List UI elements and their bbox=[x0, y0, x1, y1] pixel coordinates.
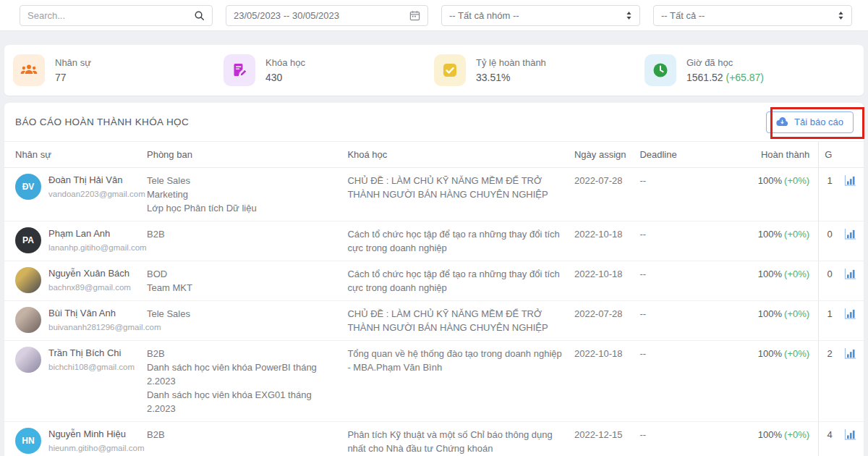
table-row: ĐV Đoàn Thị Hải Vân vandoan2203@gmail.co… bbox=[4, 168, 864, 221]
table-header-row: Nhân sự Phòng ban Khoá học Ngày assign D… bbox=[4, 142, 864, 168]
person-name: Đoàn Thị Hải Vân bbox=[48, 174, 145, 187]
course-cell: CHỦ ĐỀ : LÀM CHỦ KỸ NĂNG MỀM ĐỂ TRỞ THÀN… bbox=[347, 301, 574, 341]
date-range-picker[interactable]: 23/05/2023 -- 30/05/2023 bbox=[226, 5, 428, 26]
all-filter-select[interactable]: -- Tất cả -- bbox=[653, 5, 852, 26]
personnel-cell: HN Nguyễn Minh Hiệu hieunm.gitiho@gmail.… bbox=[4, 422, 147, 456]
hours-cell: 1 bbox=[819, 168, 838, 221]
hours-cell: 0 bbox=[819, 221, 838, 261]
avatar bbox=[15, 267, 41, 293]
deadline-cell: -- bbox=[639, 341, 712, 422]
person-email: hieunm.gitiho@gmail.com bbox=[48, 442, 144, 454]
person-email: buivananh281296@gmail.com bbox=[48, 321, 161, 333]
avatar: ĐV bbox=[15, 174, 41, 200]
stats-summary-card: Nhân sự 77 Khóa học 430 Tỷ lệ hoàn thành… bbox=[4, 45, 864, 96]
stat-value: 77 bbox=[55, 72, 91, 83]
avatar: HN bbox=[15, 428, 41, 454]
report-title: BÁO CÁO HOÀN THÀNH KHÓA HỌC bbox=[15, 117, 189, 127]
deadline-cell: -- bbox=[639, 261, 712, 301]
table-body: ĐV Đoàn Thị Hải Vân vandoan2203@gmail.co… bbox=[4, 168, 864, 456]
search-input[interactable] bbox=[27, 10, 188, 21]
completion-delta: (+0%) bbox=[784, 348, 809, 359]
person-name: Trần Thị Bích Chi bbox=[48, 347, 135, 360]
department-cell: B2B bbox=[147, 221, 347, 261]
checkbox-icon bbox=[434, 54, 466, 86]
table-row: Nguyễn Xuân Bách bachnx89@gmail.com BODT… bbox=[4, 261, 864, 301]
hours-cell: 4 bbox=[819, 422, 838, 456]
stat-label: Khóa học bbox=[265, 57, 305, 68]
completion-delta: (+0%) bbox=[784, 429, 809, 440]
person-email: lananhp.gitiho@gmail.com bbox=[48, 242, 147, 253]
deadline-cell: -- bbox=[639, 221, 712, 261]
table-row: HN Nguyễn Minh Hiệu hieunm.gitiho@gmail.… bbox=[4, 422, 864, 456]
chart-cell bbox=[838, 221, 864, 261]
department-cell: Tele Sales bbox=[147, 301, 347, 341]
table-row: Bùi Thị Vân Anh buivananh281296@gmail.co… bbox=[4, 301, 864, 341]
personnel-cell: Trần Thị Bích Chi bichchi108@gmail.com bbox=[4, 341, 147, 422]
calendar-icon bbox=[409, 10, 420, 21]
assign-date-cell: 2022-10-18 bbox=[574, 261, 639, 301]
course-cell: CHỦ ĐỀ : LÀM CHỦ KỸ NĂNG MỀM ĐỂ TRỞ THÀN… bbox=[347, 168, 574, 221]
stat-hours-learned: Giờ đã học 1561.52 (+65.87) bbox=[644, 54, 855, 86]
bar-chart-icon[interactable] bbox=[843, 307, 858, 323]
bar-chart-icon[interactable] bbox=[843, 227, 858, 243]
group-filter-select[interactable]: -- Tất cả nhóm -- bbox=[441, 5, 640, 26]
assign-date-cell: 2022-07-28 bbox=[574, 168, 639, 221]
col-header-course: Khoá học bbox=[347, 142, 574, 168]
completion-table: Nhân sự Phòng ban Khoá học Ngày assign D… bbox=[4, 142, 864, 456]
clock-icon bbox=[644, 54, 676, 86]
department-cell: BODTeam MKT bbox=[147, 261, 347, 301]
stat-courses: Khóa học 430 bbox=[224, 54, 434, 86]
completion-delta: (+0%) bbox=[784, 308, 809, 319]
stat-label: Tỷ lệ hoàn thành bbox=[476, 57, 546, 68]
deadline-cell: -- bbox=[639, 301, 712, 341]
department-cell: B2BDanh sách học viên khóa PowerBI tháng… bbox=[147, 341, 347, 422]
person-name: Nguyễn Minh Hiệu bbox=[48, 428, 144, 441]
person-email: bichchi108@gmail.com bbox=[48, 361, 135, 373]
search-input-box[interactable] bbox=[20, 5, 213, 26]
stat-value: 430 bbox=[265, 72, 305, 83]
completion-delta: (+0%) bbox=[784, 229, 809, 240]
table-row: Trần Thị Bích Chi bichchi108@gmail.com B… bbox=[4, 341, 864, 422]
department-cell: B2B bbox=[147, 422, 347, 456]
col-header-department: Phòng ban bbox=[147, 142, 347, 168]
chevron-up-down-icon bbox=[838, 11, 844, 20]
download-report-button[interactable]: Tải báo cáo bbox=[766, 111, 854, 133]
stat-value: 33.51% bbox=[476, 72, 546, 83]
download-report-label: Tải báo cáo bbox=[794, 117, 843, 127]
hours-cell: 1 bbox=[819, 301, 838, 341]
hours-cell: 0 bbox=[819, 261, 838, 301]
stat-delta: (+65.87) bbox=[726, 72, 765, 83]
assign-date-cell: 2022-10-18 bbox=[574, 221, 639, 261]
all-filter-value: -- Tất cả -- bbox=[661, 10, 705, 21]
course-cell: Tổng quan về hệ thống đào tạo trong doan… bbox=[347, 341, 574, 422]
bar-chart-icon[interactable] bbox=[843, 267, 858, 283]
avatar bbox=[15, 307, 41, 333]
personnel-cell: Bùi Thị Vân Anh buivananh281296@gmail.co… bbox=[4, 301, 147, 341]
col-header-personnel: Nhân sự bbox=[4, 142, 147, 168]
col-header-assign-date: Ngày assign bbox=[574, 142, 639, 168]
personnel-cell: PA Phạm Lan Anh lananhp.gitiho@gmail.com bbox=[4, 221, 147, 261]
course-cell: Phân tích Kỹ thuật và một số Chỉ báo thô… bbox=[347, 422, 574, 456]
users-icon bbox=[13, 54, 45, 86]
bar-chart-icon[interactable] bbox=[843, 174, 858, 190]
filter-bar: 23/05/2023 -- 30/05/2023 -- Tất cả nhóm … bbox=[0, 0, 868, 31]
stat-label: Giờ đã học bbox=[686, 57, 764, 68]
completion-cell: 100%(+0%) bbox=[712, 422, 819, 456]
bar-chart-icon[interactable] bbox=[843, 347, 858, 363]
completion-cell: 100%(+0%) bbox=[712, 261, 819, 301]
col-header-hours-truncated: G bbox=[819, 142, 838, 168]
chart-cell bbox=[838, 261, 864, 301]
deadline-cell: -- bbox=[639, 422, 712, 456]
bar-chart-icon[interactable] bbox=[843, 428, 858, 444]
completion-cell: 100%(+0%) bbox=[712, 168, 819, 221]
col-header-completion: Hoàn thành bbox=[712, 142, 819, 168]
col-header-deadline: Deadline bbox=[639, 142, 712, 168]
person-name: Bùi Thị Vân Anh bbox=[48, 307, 161, 320]
personnel-cell: ĐV Đoàn Thị Hải Vân vandoan2203@gmail.co… bbox=[4, 168, 147, 221]
search-icon[interactable] bbox=[194, 10, 205, 21]
report-header: BÁO CÁO HOÀN THÀNH KHÓA HỌC Tải báo cáo bbox=[4, 103, 864, 142]
stat-label: Nhân sự bbox=[55, 57, 91, 68]
completion-cell: 100%(+0%) bbox=[712, 341, 819, 422]
person-email: bachnx89@gmail.com bbox=[48, 282, 131, 293]
person-name: Phạm Lan Anh bbox=[48, 227, 147, 240]
